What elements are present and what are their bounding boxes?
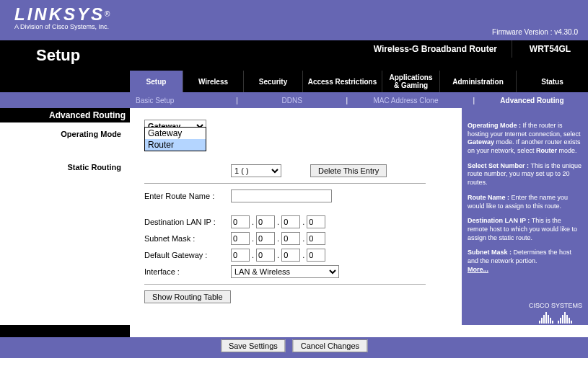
section-title: Setup	[0, 40, 130, 71]
dest-ip-octet-3[interactable]	[281, 215, 300, 228]
main-panel: Gateway Gateway Router 1 ( ) Delete This…	[130, 108, 462, 325]
route-name-input[interactable]	[231, 190, 332, 202]
delete-entry-button[interactable]: Delete This Entry	[310, 164, 387, 177]
section-title-text: Setup	[36, 46, 80, 64]
gw-octet-2[interactable]	[256, 249, 275, 262]
operating-mode-option-router[interactable]: Router	[145, 139, 206, 151]
gw-octet-1[interactable]	[231, 249, 250, 262]
help-operating-mode: Operating Mode : If the router is hostin…	[468, 122, 582, 156]
help-set-number: Select Set Number : This is the unique r…	[468, 162, 582, 187]
subtab-ddns[interactable]: DDNS	[276, 97, 308, 104]
interface-select[interactable]: LAN & Wireless	[231, 265, 339, 278]
brand-name: LINKSYS	[14, 4, 105, 24]
divider	[144, 183, 426, 184]
firmware-version: Firmware Version : v4.30.0	[492, 28, 578, 36]
subtab-mac-clone[interactable]: MAC Address Clone	[367, 97, 444, 104]
operating-mode-option-gateway[interactable]: Gateway	[145, 128, 206, 139]
cisco-logo-text: CISCO SYSTEMS	[529, 302, 582, 309]
cisco-bars-icon	[529, 311, 582, 324]
cisco-logo: CISCO SYSTEMS	[529, 302, 582, 324]
help-destination-ip: Destination LAN IP : This is the remote …	[468, 217, 582, 242]
label-static-routing: Static Routing	[0, 156, 130, 171]
mask-octet-1[interactable]	[231, 232, 250, 245]
operating-mode-dropdown-open: Gateway Router	[144, 127, 206, 151]
help-more-link[interactable]: More...	[468, 266, 488, 273]
bottom-bar: CISCO SYSTEMS Save Settings Cancel Chang…	[0, 325, 588, 358]
label-subnet-mask: Subnet Mask :	[144, 234, 231, 243]
mask-octet-2[interactable]	[256, 232, 275, 245]
subtab-advanced-routing[interactable]: Advanced Routing	[494, 97, 569, 104]
product-name: Wireless-G Broadband Router	[130, 40, 512, 58]
divider	[144, 284, 426, 285]
model-number: WRT54GL	[512, 40, 588, 58]
label-default-gateway: Default Gateway :	[144, 251, 231, 259]
label-interface: Interface :	[144, 267, 231, 276]
save-settings-button[interactable]: Save Settings	[221, 339, 286, 352]
main-tabs-row: Setup Wireless Security Access Restricti…	[0, 71, 588, 92]
header-row: Setup Wireless-G Broadband Router WRT54G…	[0, 40, 588, 71]
tab-applications-gaming[interactable]: Applications & Gaming	[382, 71, 440, 92]
side-label-column: Advanced Routing Operating Mode Static R…	[0, 108, 130, 325]
gw-octet-4[interactable]	[307, 249, 325, 262]
brand-logo: LINKSYS® A Division of Cisco Systems, In…	[14, 4, 110, 30]
tab-setup[interactable]: Setup	[130, 71, 183, 92]
help-subnet-mask: Subnet Mask : Determines the host and th…	[468, 249, 582, 274]
subtab-separator: |	[345, 97, 350, 104]
subtab-separator: |	[471, 97, 476, 104]
gw-octet-3[interactable]	[281, 249, 300, 262]
label-route-name: Enter Route Name :	[144, 192, 231, 200]
help-panel: Operating Mode : If the router is hostin…	[462, 108, 588, 325]
dest-ip-octet-2[interactable]	[256, 215, 275, 228]
label-destination-ip: Destination LAN IP :	[144, 218, 231, 226]
dest-ip-octet-1[interactable]	[231, 215, 250, 228]
tab-status[interactable]: Status	[517, 71, 588, 92]
dest-ip-octet-4[interactable]	[307, 215, 325, 228]
subtab-basic-setup[interactable]: Basic Setup	[130, 97, 180, 104]
tab-access-restrictions[interactable]: Access Restrictions	[303, 71, 382, 92]
mask-octet-3[interactable]	[281, 232, 300, 245]
mask-octet-4[interactable]	[307, 232, 325, 245]
brand-division: A Division of Cisco Systems, Inc.	[14, 23, 110, 30]
content-row: Advanced Routing Operating Mode Static R…	[0, 108, 588, 325]
tab-security[interactable]: Security	[244, 71, 303, 92]
show-routing-table-button[interactable]: Show Routing Table	[144, 290, 231, 303]
main-tabs: Setup Wireless Security Access Restricti…	[130, 71, 588, 92]
side-section-header: Advanced Routing	[0, 108, 130, 122]
cancel-changes-button[interactable]: Cancel Changes	[293, 339, 367, 352]
help-route-name: Route Name : Enter the name you would li…	[468, 194, 582, 210]
route-number-select[interactable]: 1 ( )	[231, 164, 281, 177]
tab-wireless[interactable]: Wireless	[183, 71, 244, 92]
tab-administration[interactable]: Administration	[440, 71, 517, 92]
subtab-separator: |	[234, 97, 240, 104]
registered-mark: ®	[105, 10, 110, 18]
top-banner: LINKSYS® A Division of Cisco Systems, In…	[0, 0, 588, 40]
sub-tabs-row: Basic Setup | DDNS | MAC Address Clone |…	[0, 92, 588, 108]
label-operating-mode: Operating Mode	[0, 122, 130, 138]
